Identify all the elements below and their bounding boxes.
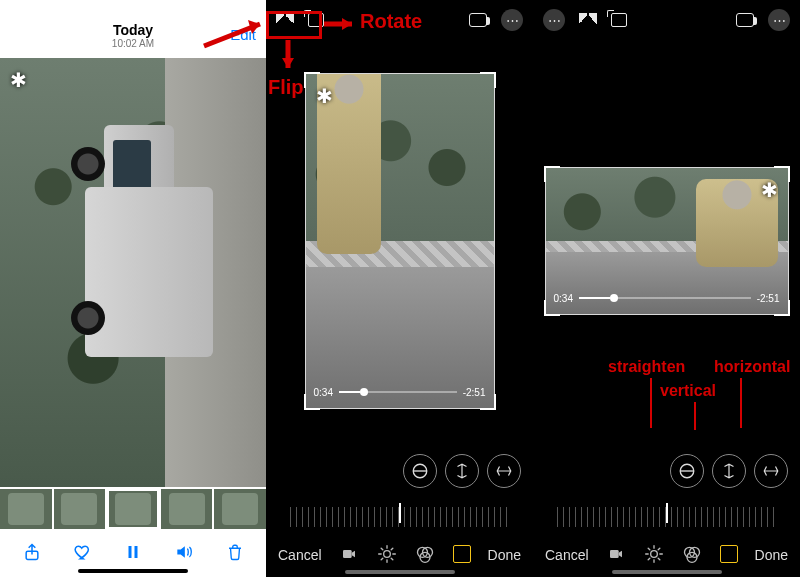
- filters-mode-icon[interactable]: [415, 544, 435, 567]
- video-scrubber[interactable]: 0:34 -2:51: [314, 387, 486, 398]
- svg-line-29: [658, 548, 660, 550]
- aspect-ratio-icon[interactable]: [469, 13, 487, 27]
- home-indicator[interactable]: [78, 569, 188, 573]
- flip-icon[interactable]: [276, 13, 294, 27]
- svg-line-12: [391, 558, 393, 560]
- svg-rect-5: [343, 550, 352, 558]
- thumbnail-strip[interactable]: [0, 487, 266, 531]
- thumbnail[interactable]: [0, 489, 52, 529]
- vertical-perspective-button[interactable]: [712, 454, 746, 488]
- svg-point-21: [650, 550, 657, 557]
- horizontal-perspective-button[interactable]: [754, 454, 788, 488]
- video-mode-icon[interactable]: [606, 546, 626, 565]
- flip-icon[interactable]: [579, 13, 597, 27]
- pause-icon[interactable]: [124, 543, 142, 566]
- crop-canvas[interactable]: ✱ 0:34 -2:51: [533, 40, 800, 441]
- viewer-header: Today 10:02 AM Edit: [0, 20, 266, 58]
- volume-icon[interactable]: [173, 542, 195, 567]
- svg-line-28: [648, 558, 650, 560]
- svg-line-13: [381, 558, 383, 560]
- editor-top-bar: ⋯: [266, 0, 533, 40]
- angle-dial[interactable]: [266, 501, 533, 533]
- crop-canvas[interactable]: ✱ 0:34 -2:51: [266, 40, 533, 441]
- done-button[interactable]: Done: [755, 547, 788, 563]
- editor-top-bar: ⋯ ⋯: [533, 0, 800, 40]
- thumbnail-selected[interactable]: [107, 489, 159, 529]
- editor-screen-portrait: ⋯ ✱ 0:34 -2:51 Can: [266, 0, 533, 577]
- svg-line-11: [381, 548, 383, 550]
- straighten-button[interactable]: [670, 454, 704, 488]
- thumbnail[interactable]: [214, 489, 266, 529]
- rotate-icon[interactable]: [611, 13, 627, 27]
- thumbnail[interactable]: [54, 489, 106, 529]
- svg-line-14: [391, 548, 393, 550]
- rotate-icon[interactable]: [308, 13, 324, 27]
- svg-rect-2: [134, 546, 137, 558]
- angle-dial[interactable]: [533, 501, 800, 533]
- svg-rect-1: [128, 546, 131, 558]
- home-indicator[interactable]: [612, 570, 722, 574]
- svg-line-26: [648, 548, 650, 550]
- heart-icon[interactable]: [73, 542, 93, 567]
- vertical-perspective-button[interactable]: [445, 454, 479, 488]
- video-content: [0, 58, 266, 487]
- svg-point-6: [383, 550, 390, 557]
- more-icon[interactable]: ⋯: [543, 9, 565, 31]
- edit-button[interactable]: Edit: [230, 26, 256, 43]
- cancel-button[interactable]: Cancel: [545, 547, 589, 563]
- video-scrubber[interactable]: 0:34 -2:51: [554, 293, 780, 304]
- adjust-mode-icon[interactable]: [377, 544, 397, 567]
- more-icon[interactable]: ⋯: [501, 9, 523, 31]
- perspective-tools: [533, 441, 800, 501]
- filters-mode-icon[interactable]: [682, 544, 702, 567]
- crop-frame[interactable]: ✱ 0:34 -2:51: [545, 167, 789, 315]
- more-icon[interactable]: ⋯: [768, 9, 790, 31]
- header-title: Today: [0, 20, 266, 38]
- crop-mode-icon[interactable]: [720, 545, 738, 566]
- spider-badge-icon: ✱: [10, 68, 27, 92]
- scrubber-knob[interactable]: [610, 294, 618, 302]
- adjust-mode-icon[interactable]: [644, 544, 664, 567]
- done-button[interactable]: Done: [488, 547, 521, 563]
- scrubber-knob[interactable]: [360, 388, 368, 396]
- video-frame: [306, 74, 494, 408]
- video-preview[interactable]: ✱: [0, 58, 266, 487]
- status-bar: [0, 0, 266, 20]
- straighten-button[interactable]: [403, 454, 437, 488]
- video-mode-icon[interactable]: [339, 546, 359, 565]
- thumbnail[interactable]: [161, 489, 213, 529]
- share-icon[interactable]: [22, 542, 42, 567]
- home-indicator[interactable]: [345, 570, 455, 574]
- horizontal-perspective-button[interactable]: [487, 454, 521, 488]
- photos-viewer-screen: Today 10:02 AM Edit ✱: [0, 0, 266, 577]
- crop-mode-icon[interactable]: [453, 545, 471, 566]
- header-subtitle: 10:02 AM: [0, 38, 266, 49]
- svg-rect-20: [610, 550, 619, 558]
- svg-line-27: [658, 558, 660, 560]
- editor-screen-landscape: ⋯ ⋯ ✱ 0:34 -2:51: [533, 0, 800, 577]
- trash-icon[interactable]: [226, 542, 244, 567]
- cancel-button[interactable]: Cancel: [278, 547, 322, 563]
- perspective-tools: [266, 441, 533, 501]
- crop-frame[interactable]: ✱ 0:34 -2:51: [305, 73, 495, 409]
- aspect-ratio-icon[interactable]: [736, 13, 754, 27]
